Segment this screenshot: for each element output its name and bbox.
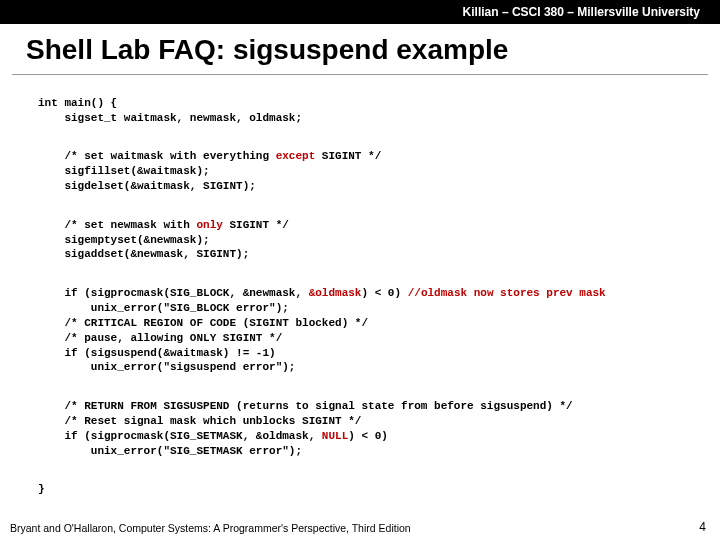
- slide-title: Shell Lab FAQ: sigsuspend example: [0, 24, 720, 74]
- course-label: Killian – CSCI 380 – Millersville Univer…: [463, 5, 700, 19]
- code-line: sigdelset(&waitmask, SIGINT);: [38, 180, 256, 192]
- page-number: 4: [699, 520, 706, 534]
- keyword-oldmask: &oldmask: [309, 287, 362, 299]
- code-line: sigaddset(&newmask, SIGINT);: [38, 248, 249, 260]
- code-line: SIGINT */: [315, 150, 381, 162]
- code-section-5: /* RETURN FROM SIGSUSPEND (returns to si…: [38, 399, 720, 458]
- header-bar: Killian – CSCI 380 – Millersville Univer…: [0, 0, 720, 24]
- footer-citation: Bryant and O'Hallaron, Computer Systems:…: [10, 522, 411, 534]
- code-section-1: int main() { sigset_t waitmask, newmask,…: [38, 96, 720, 126]
- code-line: unix_error("sigsuspend error");: [38, 361, 295, 373]
- code-line: if (sigprocmask(SIG_BLOCK, &newmask,: [38, 287, 309, 299]
- code-line: /* pause, allowing ONLY SIGINT */: [38, 332, 282, 344]
- title-divider: [12, 74, 708, 75]
- code-section-3: /* set newmask with only SIGINT */ sigem…: [38, 218, 720, 263]
- code-line: /* set newmask with: [38, 219, 196, 231]
- code-line: unix_error("SIG_SETMASK error");: [38, 445, 302, 457]
- keyword-null: NULL: [322, 430, 348, 442]
- code-line: sigfillset(&waitmask);: [38, 165, 210, 177]
- code-line: ) < 0): [348, 430, 388, 442]
- code-line: unix_error("SIG_BLOCK error");: [38, 302, 289, 314]
- code-block: int main() { sigset_t waitmask, newmask,…: [0, 81, 720, 497]
- code-line: sigemptyset(&newmask);: [38, 234, 210, 246]
- code-line: }: [38, 483, 45, 495]
- code-line: /* RETURN FROM SIGSUSPEND (returns to si…: [38, 400, 573, 412]
- keyword-only: only: [196, 219, 222, 231]
- code-line: if (sigsuspend(&waitmask) != -1): [38, 347, 276, 359]
- code-line: /* set waitmask with everything: [38, 150, 276, 162]
- code-line: /* Reset signal mask which unblocks SIGI…: [38, 415, 361, 427]
- keyword-except: except: [276, 150, 316, 162]
- code-section-2: /* set waitmask with everything except S…: [38, 149, 720, 194]
- code-line: sigset_t waitmask, newmask, oldmask;: [38, 112, 302, 124]
- code-section-4: if (sigprocmask(SIG_BLOCK, &newmask, &ol…: [38, 286, 720, 375]
- code-line: int main() {: [38, 97, 117, 109]
- code-line: ) < 0): [361, 287, 407, 299]
- comment-oldmask: //oldmask now stores prev mask: [408, 287, 606, 299]
- code-line: /* CRITICAL REGION OF CODE (SIGINT block…: [38, 317, 368, 329]
- code-line: SIGINT */: [223, 219, 289, 231]
- code-line: if (sigprocmask(SIG_SETMASK, &oldmask,: [38, 430, 322, 442]
